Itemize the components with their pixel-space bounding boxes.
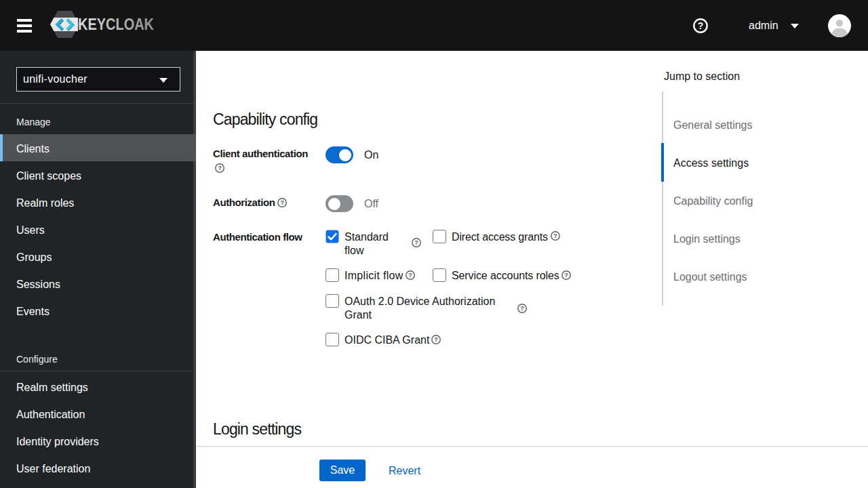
svg-text:?: ? <box>434 336 438 343</box>
svg-text:?: ? <box>553 232 557 239</box>
svg-text:?: ? <box>218 164 222 171</box>
svg-text:?: ? <box>698 20 704 31</box>
svg-text:KEYCLOAK: KEYCLOAK <box>78 16 154 33</box>
svg-text:?: ? <box>414 239 418 246</box>
svg-text:?: ? <box>564 271 568 279</box>
svg-text:?: ? <box>408 271 412 279</box>
svg-text:?: ? <box>281 199 285 206</box>
svg-text:?: ? <box>520 304 524 312</box>
